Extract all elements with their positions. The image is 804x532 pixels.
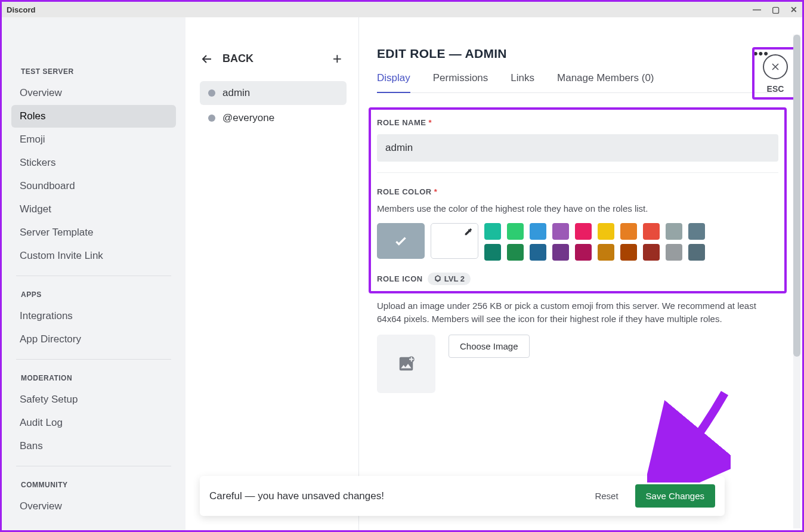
role-name-input[interactable] (377, 134, 778, 162)
page-title: EDIT ROLE — ADMIN (377, 47, 507, 61)
color-swatch[interactable] (666, 244, 682, 261)
role-name-label: ROLE NAME* (377, 118, 778, 127)
role-icon-label: ROLE ICON (377, 274, 423, 283)
close-window-button[interactable]: ✕ (790, 5, 797, 14)
maximize-button[interactable]: ▢ (772, 5, 780, 14)
color-swatch[interactable] (530, 223, 546, 240)
close-icon (769, 61, 781, 73)
color-picker (377, 223, 778, 261)
color-swatch[interactable] (530, 244, 546, 261)
window-controls: — ▢ ✕ (753, 5, 797, 14)
divider (16, 359, 171, 360)
divider (16, 466, 171, 466)
tab-display[interactable]: Display (377, 72, 410, 92)
color-swatch[interactable] (552, 223, 569, 240)
back-label: BACK (222, 52, 253, 65)
sidebar-header-community: COMMUNITY (21, 481, 176, 489)
settings-sidebar: TEST SERVER Overview Roles Emoji Sticker… (2, 17, 185, 530)
divider (377, 172, 778, 173)
role-color-description: Members use the color of the highest rol… (377, 202, 778, 216)
tab-permissions[interactable]: Permissions (433, 72, 488, 92)
scrollbar-thumb[interactable] (793, 35, 800, 357)
divider (16, 276, 171, 276)
tab-bar: Display Permissions Links Manage Members… (377, 72, 778, 93)
color-swatch[interactable] (484, 244, 501, 261)
role-list-item-everyone[interactable]: @everyone (200, 106, 347, 130)
role-item-label: @everyone (222, 112, 274, 124)
sidebar-item-stickers[interactable]: Stickers (11, 151, 176, 174)
sidebar-item-overview[interactable]: Overview (11, 82, 176, 104)
sidebar-item-audit-log[interactable]: Audit Log (11, 412, 176, 434)
role-item-label: admin (222, 87, 250, 99)
image-upload-icon (397, 355, 415, 373)
color-swatch[interactable] (507, 244, 524, 261)
boost-level-badge: LVL 2 (428, 273, 471, 285)
color-swatch[interactable] (598, 223, 614, 240)
color-swatch[interactable] (575, 223, 592, 240)
minimize-button[interactable]: — (753, 5, 761, 14)
role-icon-description: Upload an image under 256 KB or pick a c… (377, 299, 778, 326)
scrollbar[interactable] (793, 35, 800, 528)
highlight-box: ROLE NAME* ROLE COLOR* Members use the c… (369, 107, 787, 293)
custom-color-swatch[interactable] (431, 223, 478, 259)
color-swatch[interactable] (666, 223, 682, 240)
sidebar-header-moderation: MODERATION (21, 374, 176, 382)
color-swatch[interactable] (643, 244, 660, 261)
color-swatch[interactable] (575, 244, 592, 261)
sidebar-item-server-template[interactable]: Server Template (11, 221, 176, 244)
sidebar-item-bans[interactable]: Bans (11, 435, 176, 457)
window-title: Discord (7, 5, 35, 14)
role-list-item-admin[interactable]: admin (200, 81, 347, 105)
esc-label: ESC (763, 84, 788, 94)
role-color-dot (208, 89, 215, 97)
sidebar-item-custom-invite[interactable]: Custom Invite Link (11, 245, 176, 267)
color-swatch[interactable] (688, 223, 705, 240)
titlebar: Discord — ▢ ✕ (2, 2, 802, 17)
sidebar-item-integrations[interactable]: Integrations (11, 305, 176, 327)
role-color-label: ROLE COLOR* (377, 187, 778, 196)
unsaved-changes-bar: Careful — you have unsaved changes! Rese… (200, 476, 725, 516)
check-icon (393, 233, 409, 249)
edit-role-panel: EDIT ROLE — ADMIN ••• Display Permission… (358, 17, 802, 530)
sidebar-item-soundboard[interactable]: Soundboard (11, 175, 176, 197)
color-swatch[interactable] (643, 223, 660, 240)
tab-links[interactable]: Links (511, 72, 534, 92)
boost-icon (434, 274, 442, 283)
arrow-left-icon (200, 52, 214, 66)
role-color-dot (208, 115, 215, 122)
sidebar-item-roles[interactable]: Roles (11, 105, 176, 128)
color-swatch[interactable] (507, 223, 524, 240)
default-color-swatch[interactable] (377, 223, 425, 259)
sidebar-item-community-overview[interactable]: Overview (11, 495, 176, 518)
sidebar-item-emoji[interactable]: Emoji (11, 128, 176, 151)
color-swatch[interactable] (552, 244, 569, 261)
color-swatch[interactable] (620, 223, 637, 240)
tab-manage-members[interactable]: Manage Members (0) (557, 72, 654, 92)
back-button[interactable]: BACK (200, 52, 253, 66)
esc-highlight: ESC (752, 47, 799, 100)
icon-upload-box[interactable] (377, 335, 435, 393)
unsaved-text: Careful — you have unsaved changes! (209, 490, 578, 502)
sidebar-item-app-directory[interactable]: App Directory (11, 328, 176, 351)
close-settings-button[interactable] (763, 54, 788, 79)
sidebar-header-apps: APPS (21, 290, 176, 299)
color-swatch[interactable] (688, 244, 705, 261)
sidebar-header-server: TEST SERVER (21, 67, 176, 76)
sidebar-item-safety-setup[interactable]: Safety Setup (11, 388, 176, 411)
roles-list-column: BACK + admin @everyone (185, 17, 358, 530)
reset-button[interactable]: Reset (589, 486, 624, 506)
sidebar-item-widget[interactable]: Widget (11, 198, 176, 221)
eyedropper-icon (463, 227, 473, 239)
choose-image-button[interactable]: Choose Image (449, 335, 530, 358)
color-swatch[interactable] (598, 244, 614, 261)
save-changes-button[interactable]: Save Changes (635, 484, 715, 508)
add-role-button[interactable]: + (333, 50, 342, 68)
color-swatch[interactable] (484, 223, 501, 240)
color-swatch[interactable] (620, 244, 637, 261)
